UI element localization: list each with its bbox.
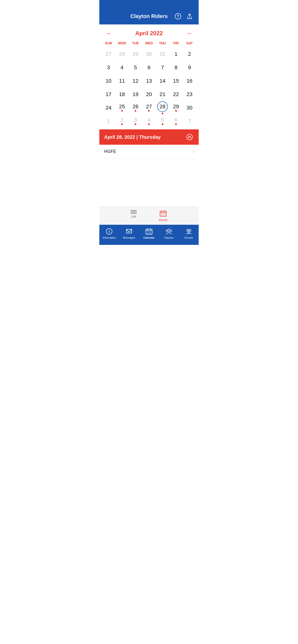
cal-cell[interactable]: 28 <box>115 48 129 61</box>
event-dot <box>175 110 177 112</box>
cal-cell[interactable]: 23 <box>183 88 196 101</box>
calendar-day: 30 <box>187 105 192 110</box>
cal-cell[interactable]: 10 <box>102 74 115 88</box>
cal-cell[interactable]: 19 <box>129 88 142 101</box>
cal-cell[interactable]: 8 <box>169 61 183 74</box>
cal-cell[interactable]: 28 <box>156 101 169 114</box>
calendar-day: 1 <box>175 52 177 57</box>
cal-cell[interactable]: 25 <box>115 101 129 114</box>
help-button[interactable]: ? <box>174 12 182 20</box>
event-dot <box>175 124 177 125</box>
cal-cell[interactable]: 3 <box>102 61 115 74</box>
cal-cell[interactable]: 3 <box>129 114 142 128</box>
cal-cell[interactable]: 27 <box>142 101 156 114</box>
month-view-button[interactable]: Month <box>155 209 171 223</box>
cal-cell[interactable]: 7 <box>183 114 196 128</box>
list-icon <box>130 210 137 214</box>
app-header: Clayton Riders ? <box>99 0 199 24</box>
list-view-button[interactable]: List <box>127 209 140 223</box>
cal-cell[interactable]: 2 <box>115 114 129 128</box>
cal-cell[interactable]: 15 <box>169 74 183 88</box>
calendar-day: 21 <box>160 92 165 97</box>
cal-cell[interactable]: 18 <box>115 88 129 101</box>
svg-point-11 <box>161 215 162 216</box>
tab-calendar[interactable]: Calendar <box>142 228 156 239</box>
calendar-day: 3 <box>107 65 110 70</box>
cal-cell[interactable]: 12 <box>129 74 142 88</box>
day-header-sun: SUN <box>102 40 115 46</box>
cal-cell[interactable]: 6 <box>169 114 183 128</box>
faded-day: 7 <box>188 118 191 124</box>
svg-point-27 <box>166 230 168 232</box>
faded-day: 31 <box>160 52 165 57</box>
day-header-mon: MON <box>115 40 129 46</box>
cal-cell[interactable]: 30 <box>142 48 156 61</box>
cal-cell[interactable]: 29 <box>169 101 183 114</box>
event-dot <box>135 124 136 125</box>
cal-cell[interactable]: 20 <box>142 88 156 101</box>
next-month-button[interactable]: → <box>184 29 194 38</box>
cal-cell[interactable]: 4 <box>142 114 156 128</box>
collapse-calendar-button[interactable] <box>185 133 194 141</box>
event-list: HGFE› <box>99 145 199 158</box>
tab-messages[interactable]: Messages <box>122 228 136 239</box>
cal-cell[interactable]: 9 <box>183 61 196 74</box>
cal-cell[interactable]: 14 <box>156 74 169 88</box>
svg-point-3 <box>187 134 192 140</box>
cal-cell[interactable]: 2 <box>183 48 196 61</box>
calendar-day: 17 <box>106 92 111 97</box>
app-title: Clayton Riders <box>130 13 168 20</box>
cal-cell[interactable]: 24 <box>102 101 115 114</box>
selected-day: 28 <box>157 101 168 112</box>
cal-cell[interactable]: 21 <box>156 88 169 101</box>
cal-cell[interactable]: 11 <box>115 74 129 88</box>
cal-cell[interactable]: 4 <box>115 61 129 74</box>
cal-cell[interactable]: 26 <box>129 101 142 114</box>
calendar-day: 6 <box>147 65 151 70</box>
calendar-day: 27 <box>146 104 152 109</box>
cal-cell[interactable]: 27 <box>102 48 115 61</box>
cal-cell[interactable]: 13 <box>142 74 156 88</box>
svg-point-9 <box>163 214 163 214</box>
cal-cell[interactable]: 22 <box>169 88 183 101</box>
calendar-day: 22 <box>173 92 179 97</box>
calendar-day: 9 <box>188 65 191 70</box>
cal-cell[interactable]: 1 <box>102 114 115 128</box>
svg-point-8 <box>161 214 162 214</box>
cal-cell[interactable]: 16 <box>183 74 196 88</box>
calendar-day: 4 <box>120 65 123 70</box>
event-dot <box>162 112 163 114</box>
cal-cell[interactable]: 17 <box>102 88 115 101</box>
cal-cell[interactable]: 31 <box>156 48 169 61</box>
tab-label-information: Information <box>103 236 116 239</box>
tab-label-groups: Groups <box>185 236 193 239</box>
share-icon <box>186 13 193 20</box>
share-button[interactable] <box>185 12 194 20</box>
cal-cell[interactable]: 5 <box>156 114 169 128</box>
day-header-tue: TUE <box>129 40 142 46</box>
cal-cell[interactable]: 7 <box>156 61 169 74</box>
month-label: Month <box>159 218 168 222</box>
faded-day: 27 <box>106 52 111 57</box>
calendar-day: 26 <box>132 104 138 109</box>
svg-point-30 <box>189 229 191 231</box>
day-headers: SUNMONTUEWEDTHUFRISAT <box>99 40 199 46</box>
event-dot <box>121 124 123 125</box>
svg-point-21 <box>148 232 149 232</box>
calendar-day: 11 <box>119 78 125 84</box>
tab-information[interactable]: iInformation <box>102 228 116 239</box>
empty-area <box>99 158 199 206</box>
prev-month-button[interactable]: ← <box>104 29 114 38</box>
cal-cell[interactable]: 6 <box>142 61 156 74</box>
tab-groups[interactable]: Groups <box>182 228 196 239</box>
event-dot <box>148 110 150 112</box>
cal-cell[interactable]: 30 <box>183 101 196 114</box>
tab-classes[interactable]: Classes <box>162 228 176 239</box>
event-item[interactable]: HGFE› <box>99 145 199 158</box>
cal-cell[interactable]: 1 <box>169 48 183 61</box>
faded-day: 2 <box>120 118 123 123</box>
calendar-icon <box>145 228 153 235</box>
tab-label-calendar: Calendar <box>143 236 155 239</box>
cal-cell[interactable]: 29 <box>129 48 142 61</box>
cal-cell[interactable]: 5 <box>129 61 142 74</box>
